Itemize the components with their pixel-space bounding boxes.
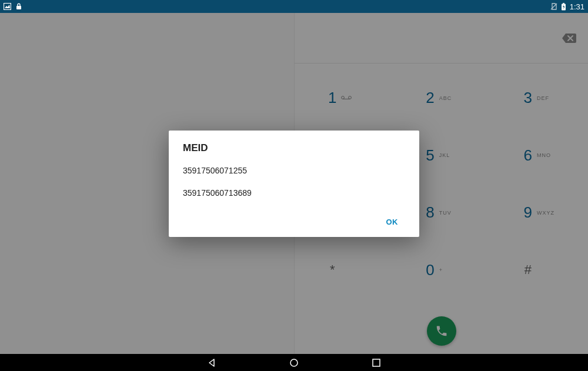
- meid-value-1: 35917506071255: [183, 166, 405, 175]
- meid-value-2: 359175060713689: [183, 188, 405, 198]
- lock-icon: [16, 3, 22, 10]
- screenshot-icon: [4, 3, 11, 10]
- dialog-title: MEID: [183, 142, 405, 154]
- home-icon: [289, 358, 299, 367]
- modal-overlay[interactable]: MEID 35917506071255 359175060713689 OK: [0, 13, 588, 354]
- status-bar: 1:31: [0, 0, 588, 13]
- nav-back-button[interactable]: [206, 357, 218, 369]
- status-clock: 1:31: [570, 2, 584, 11]
- svg-point-8: [290, 359, 298, 366]
- svg-rect-9: [373, 359, 380, 366]
- meid-dialog: MEID 35917506071255 359175060713689 OK: [169, 131, 419, 237]
- recents-icon: [372, 359, 380, 367]
- nav-home-button[interactable]: [288, 357, 300, 369]
- battery-charging-icon: [561, 3, 566, 11]
- nav-bar: [0, 354, 588, 371]
- svg-rect-0: [4, 4, 11, 10]
- no-sim-icon: [550, 3, 557, 10]
- svg-rect-4: [563, 3, 564, 4]
- ok-button[interactable]: OK: [379, 213, 406, 231]
- nav-recents-button[interactable]: [370, 357, 382, 369]
- back-icon: [207, 358, 216, 367]
- svg-rect-1: [16, 6, 21, 9]
